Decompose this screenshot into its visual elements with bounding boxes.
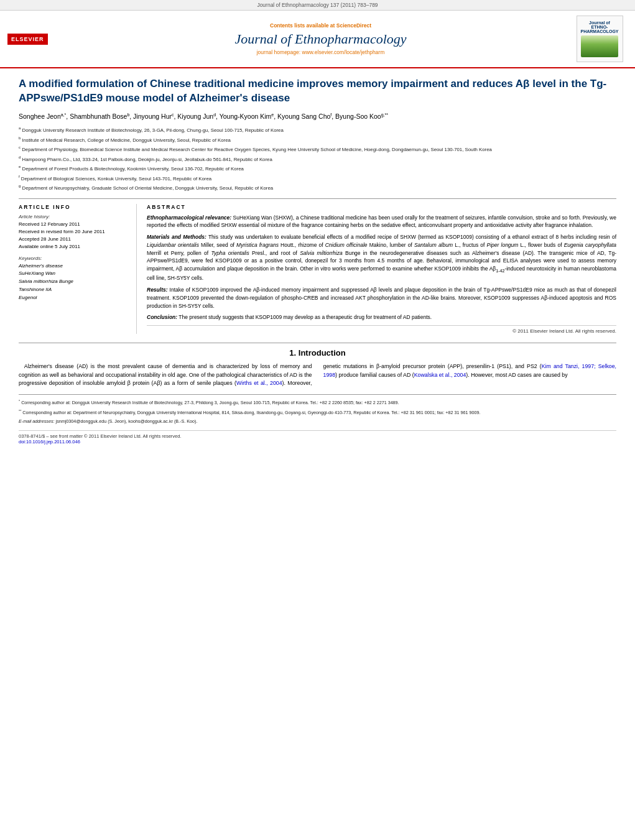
article-info-label: ARTICLE INFO — [19, 204, 129, 210]
affiliation-d: d Hampoong Pharm.Co., Ltd, 333-24, 1st P… — [19, 155, 616, 164]
abstract-label-conclusion: Conclusion: — [147, 314, 177, 320]
keyword-2: SuHeXiang Wan — [19, 270, 129, 278]
keyword-4: Tanshinone IIA — [19, 286, 129, 294]
abstract-column: ABSTRACT Ethnopharmacological relevance:… — [147, 204, 616, 335]
journal-logo-area: Journal ofETHNO-PHARMACOLOGY — [572, 16, 628, 62]
journal-header-center: Contents lists available at ScienceDirec… — [70, 20, 572, 58]
intro-title: 1. Introduction — [19, 348, 616, 358]
footnote-1: * Corresponding author at: Dongguk Unive… — [19, 399, 616, 407]
page-header: ELSEVIER Contents lists available at Sci… — [0, 11, 635, 68]
abstract-label-methods: Materials and Methods: — [147, 234, 206, 240]
abstract-label-ethnopharm: Ethnopharmacological relevance: — [147, 215, 231, 221]
authors-text: Songhee Jeona,*, Shambhunath Boseb, Jiny… — [19, 113, 388, 120]
footnotes: * Corresponding author at: Dongguk Unive… — [19, 394, 616, 425]
available-date: Available online 5 July 2011 — [19, 243, 129, 251]
abstract-para-2: Materials and Methods: This study was un… — [147, 233, 616, 282]
journal-citation: Journal of Ethnopharmacology 137 (2011) … — [257, 2, 378, 8]
bottom-bar: 0378-8741/$ – see front matter © 2011 El… — [19, 430, 616, 445]
article-title: A modified formulation of Chinese tradit… — [19, 77, 616, 106]
copyright-notice: © 2011 Elsevier Ireland Ltd. All rights … — [147, 325, 616, 334]
received-revised-date: Received in revised form 20 June 2011 — [19, 228, 129, 236]
affiliations: a Dongguk University Research Institute … — [19, 126, 616, 192]
sciencedirect-notice: Contents lists available at ScienceDirec… — [70, 22, 572, 29]
doi-link[interactable]: doi:10.1016/j.jep.2011.06.046 — [19, 439, 80, 445]
affiliation-a: a Dongguk University Research Institute … — [19, 126, 616, 134]
article-info-abstract: ARTICLE INFO Article history: Received 1… — [19, 198, 616, 335]
journal-title: Journal of Ethnopharmacology — [70, 31, 572, 47]
accepted-date: Accepted 28 June 2011 — [19, 236, 129, 243]
sciencedirect-link-text[interactable]: ScienceDirect — [336, 22, 371, 29]
introduction-section: 1. Introduction Alzheimer's disease (AD)… — [19, 343, 616, 388]
logo-title: Journal ofETHNO-PHARMACOLOGY — [580, 21, 618, 34]
keyword-3: Salvia miltiorrhiza Bunge — [19, 278, 129, 286]
journal-bar: Journal of Ethnopharmacology 137 (2011) … — [0, 0, 635, 11]
history-label: Article history: — [19, 214, 129, 219]
homepage-url[interactable]: www.elsevier.com/locate/jethpharm — [302, 49, 385, 55]
bottom-copyright: 0378-8741/$ – see front matter © 2011 El… — [19, 433, 182, 439]
journal-homepage: journal homepage: www.elsevier.com/locat… — [70, 49, 572, 55]
abstract-para-3: Results: Intake of KSOP1009 improved the… — [147, 286, 616, 310]
elsevier-logo: ELSEVIER — [7, 34, 48, 45]
abstract-label-results: Results: — [147, 287, 168, 293]
keyword-5: Eugenol — [19, 294, 129, 302]
affiliation-b: b Institute of Medical Research, College… — [19, 136, 616, 144]
authors-line: Songhee Jeona,*, Shambhunath Boseb, Jiny… — [19, 112, 616, 122]
abstract-para-1: Ethnopharmacological relevance: SuHeXian… — [147, 214, 616, 230]
affiliation-e: e Department of Forest Products & Biotec… — [19, 164, 616, 173]
journal-logo-box: Journal ofETHNO-PHARMACOLOGY — [577, 16, 623, 62]
affiliation-c: c Department of Physiology, Biomedical S… — [19, 145, 616, 154]
keywords-label: Keywords: — [19, 256, 129, 261]
abstract-label: ABSTRACT — [147, 204, 616, 210]
intro-body: Alzheimer's disease (AD) is the most pre… — [19, 362, 616, 388]
received-date: Received 12 February 2011 — [19, 221, 129, 228]
keywords-list: Alzheimer's disease SuHeXiang Wan Salvia… — [19, 262, 129, 302]
elsevier-logo-area: ELSEVIER — [7, 34, 70, 45]
affiliation-f: f Department of Biological Sciences, Kon… — [19, 174, 616, 183]
article-history: Article history: Received 12 February 20… — [19, 214, 129, 251]
intro-para-1: Alzheimer's disease (AD) is the most pre… — [19, 362, 616, 388]
footnote-email: E-mail addresses: jsnmj0304@dongguk.edu … — [19, 418, 616, 425]
keywords-group: Keywords: Alzheimer's disease SuHeXiang … — [19, 256, 129, 302]
keyword-1: Alzheimer's disease — [19, 262, 129, 270]
main-content: A modified formulation of Chinese tradit… — [0, 68, 635, 453]
affiliation-g: g Department of Neuropsychiatry, Graduat… — [19, 183, 616, 192]
abstract-para-4: Conclusion: The present study suggests t… — [147, 313, 616, 321]
article-info-column: ARTICLE INFO Article history: Received 1… — [19, 204, 137, 335]
footnote-2: ** Corresponding author at: Department o… — [19, 408, 616, 417]
